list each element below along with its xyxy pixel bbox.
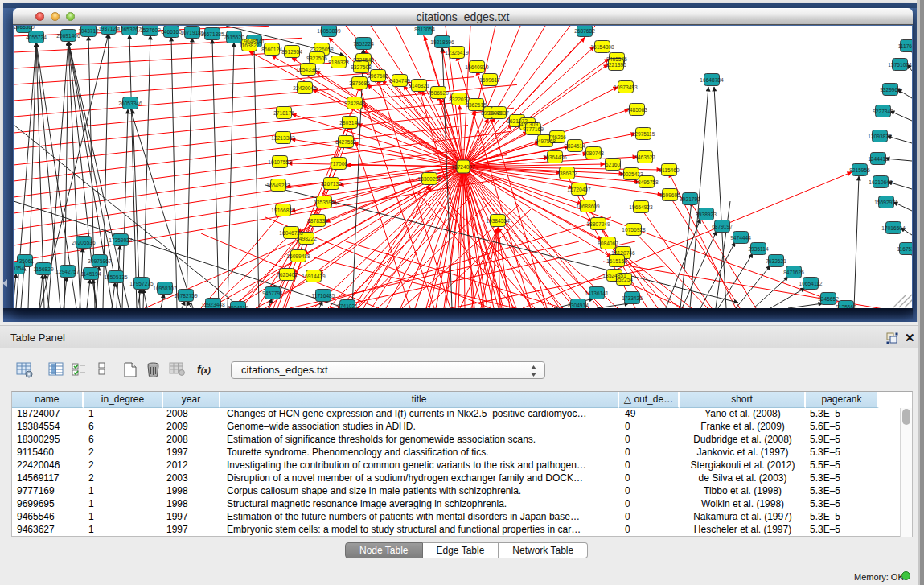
svg-text:16046728: 16046728 [279,230,303,236]
svg-text:6466160: 6466160 [161,29,182,35]
svg-text:12213383: 12213383 [271,135,295,141]
svg-text:3822037: 3822037 [488,110,509,116]
svg-text:2803144: 2803144 [339,120,360,126]
svg-text:9699695: 9699695 [659,192,680,198]
svg-text:16099488: 16099488 [286,253,310,259]
svg-text:12923448: 12923448 [201,302,225,307]
svg-text:746266: 746266 [548,134,566,140]
svg-text:2065389: 2065389 [14,26,35,30]
svg-text:9324546: 9324546 [353,57,374,63]
svg-text:1937124: 1937124 [98,26,119,31]
svg-text:20364436: 20364436 [543,154,567,160]
svg-text:9804216: 9804216 [228,305,248,309]
svg-text:22420046: 22420046 [293,85,317,91]
svg-text:2718176: 2718176 [273,110,294,116]
svg-text:2935114: 2935114 [748,246,769,252]
svg-text:16210643: 16210643 [869,179,893,185]
svg-text:9329966: 9329966 [880,87,901,93]
svg-text:1699617: 1699617 [479,77,500,83]
svg-text:1117604: 1117604 [898,43,912,49]
svg-text:1156829: 1156829 [33,266,54,272]
svg-text:3824514: 3824514 [565,143,585,149]
svg-text:19218596: 19218596 [430,39,454,45]
svg-text:435061: 435061 [16,258,34,264]
svg-text:10756928: 10756928 [622,227,646,233]
svg-text:10654112: 10654112 [799,281,823,286]
svg-text:19384554: 19384554 [486,218,510,224]
svg-text:12325419: 12325419 [445,50,469,56]
svg-text:12942757: 12942757 [55,269,80,274]
svg-text:7632621: 7632621 [766,258,786,264]
svg-text:8304914: 8304914 [568,303,589,308]
svg-text:8471626: 8471626 [783,270,804,275]
svg-text:18300295: 18300295 [417,176,441,182]
svg-text:8912954: 8912954 [281,49,302,55]
svg-text:8813054: 8813054 [414,27,435,32]
svg-text:1733426: 1733426 [622,295,643,301]
svg-text:1615152: 1615152 [606,258,627,264]
svg-text:18807249: 18807249 [586,221,610,227]
svg-text:15751074: 15751074 [888,62,912,68]
svg-text:1221396: 1221396 [606,62,626,68]
svg-text:9242845: 9242845 [344,101,365,106]
svg-text:15720407: 15720407 [567,187,591,192]
svg-text:7586520: 7586520 [428,90,449,96]
svg-text:9463627: 9463627 [634,154,655,160]
svg-text:8660124: 8660124 [261,47,282,52]
svg-text:17359924: 17359924 [109,237,133,243]
svg-text:10958107: 10958107 [153,286,177,291]
svg-text:9115460: 9115460 [659,167,680,173]
svg-text:10107553: 10107553 [268,159,292,165]
svg-text:7485063: 7485063 [626,107,647,113]
svg-text:26053346: 26053346 [118,101,142,106]
svg-text:62160: 62160 [606,162,621,167]
svg-text:8215956: 8215956 [849,167,870,173]
svg-text:1043717: 1043717 [78,28,99,34]
svg-text:17016504: 17016504 [881,225,906,231]
svg-text:1362615: 1362615 [466,102,487,108]
svg-text:1145194: 1145194 [80,271,101,277]
svg-text:39154: 39154 [14,266,24,271]
svg-text:9777169: 9777169 [523,126,544,132]
svg-text:8322037: 8322037 [449,97,470,102]
svg-text:17957275: 17957275 [129,281,154,286]
svg-text:8084067: 8084067 [598,241,618,246]
svg-text:15692971: 15692971 [874,200,898,205]
svg-text:7852224: 7852224 [353,41,374,47]
svg-text:16053809: 16053809 [317,28,341,34]
svg-text:8267130: 8267130 [321,181,342,187]
svg-text:9465546: 9465546 [606,56,627,62]
svg-text:11716485: 11716485 [312,293,335,299]
svg-text:16640910: 16640910 [465,64,489,70]
svg-text:9146821: 9146821 [409,83,429,89]
svg-text:9135668: 9135668 [836,304,856,309]
svg-text:7625402: 7625402 [277,272,298,278]
svg-text:1080748: 1080748 [583,150,604,156]
svg-text:252254: 252254 [615,277,633,282]
svg-text:8186328: 8186328 [328,60,349,65]
svg-text:6879197: 6879197 [712,224,733,229]
svg-text:2967608: 2967608 [368,73,388,79]
svg-text:20691406: 20691406 [56,33,80,39]
svg-text:10688609: 10688609 [576,204,600,209]
svg-text:20206536: 20206536 [72,240,96,245]
svg-text:1167530: 1167530 [897,246,912,252]
svg-text:8427552: 8427552 [335,139,356,145]
svg-text:23226058: 23226058 [310,47,334,52]
svg-text:9327508: 9327508 [351,64,372,70]
svg-text:16671385: 16671385 [200,31,224,37]
svg-text:30975867: 30975867 [88,258,112,264]
svg-text:19654923: 19654923 [629,204,653,210]
svg-text:9327506: 9327506 [306,56,327,61]
svg-text:14136141: 14136141 [585,290,609,296]
svg-text:16549233: 16549233 [266,183,290,188]
svg-text:717006: 717006 [330,161,347,167]
svg-text:3875685: 3875685 [349,80,370,86]
svg-text:7515520: 7515520 [224,35,244,40]
svg-text:18495758: 18495758 [634,179,659,185]
svg-text:8454749: 8454749 [389,78,410,84]
svg-text:10973493: 10973493 [614,84,638,90]
svg-text:18724007: 18724007 [451,164,475,170]
svg-text:16543382: 16543382 [296,67,320,72]
svg-text:16154808: 16154808 [590,44,614,50]
